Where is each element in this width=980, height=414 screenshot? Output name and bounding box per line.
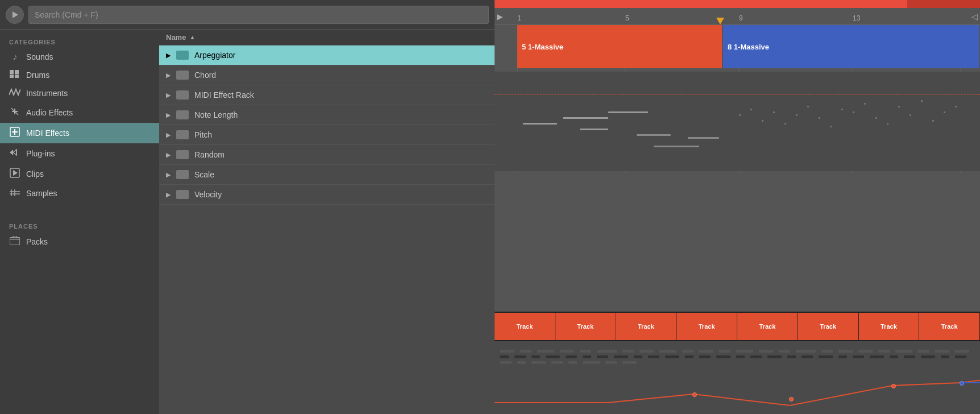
note-dot — [898, 106, 900, 107]
note-dot — [750, 109, 752, 110]
sidebar-item-samples[interactable]: Samples — [0, 184, 159, 202]
folder-icon — [176, 150, 189, 159]
session-track-cell[interactable]: Track — [555, 313, 616, 340]
automation-node-blue[interactable] — [960, 381, 964, 386]
plugins-icon — [9, 147, 20, 160]
clip-blue[interactable]: 8 1-Massive — [723, 25, 979, 68]
arrangement-area: 5 1-Massive 8 1-Massive — [495, 25, 980, 312]
item-name: Velocity — [194, 190, 488, 199]
item-name: MIDI Effect Rack — [194, 90, 488, 100]
drums-icon — [9, 70, 20, 80]
list-item[interactable]: ▶ Pitch — [159, 125, 495, 145]
sidebar-item-audio-effects[interactable]: Audio Effects — [0, 102, 159, 123]
automation-node[interactable] — [789, 397, 794, 401]
note-dot — [921, 100, 923, 102]
places-label: PLACES — [0, 220, 159, 232]
sounds-icon: ♪ — [9, 52, 20, 62]
note-dot — [739, 114, 741, 116]
ruler-mark: 13 — [853, 14, 860, 22]
search-bar — [0, 0, 495, 30]
preview-play-button[interactable] — [6, 6, 24, 24]
midi-effects-icon — [9, 127, 20, 139]
browser-panel: CATEGORIES ♪ Sounds Drums Instruments — [0, 0, 495, 414]
item-name: Random — [194, 150, 488, 159]
folder-icon — [176, 110, 189, 119]
session-track-cell[interactable]: Track — [676, 313, 737, 340]
list-header: Name ▲ — [159, 30, 495, 45]
packs-label: Packs — [26, 237, 48, 246]
playhead-marker — [716, 18, 724, 24]
svg-rect-19 — [10, 238, 20, 245]
session-track-cell[interactable]: Track — [495, 313, 555, 340]
expand-triangle-icon: ▶ — [166, 52, 171, 59]
clip-orange[interactable]: 5 1-Massive — [517, 25, 722, 68]
item-name: Scale — [194, 170, 488, 179]
svg-marker-14 — [13, 170, 18, 176]
note-dot — [784, 123, 786, 125]
automation-node[interactable] — [692, 392, 697, 397]
folder-icon — [176, 71, 189, 80]
expand-triangle-icon: ▶ — [166, 92, 171, 99]
session-track-cell[interactable]: Track — [737, 313, 798, 340]
note-dot — [762, 120, 763, 122]
sounds-label: Sounds — [26, 52, 53, 61]
item-name: Chord — [194, 71, 488, 80]
list-item[interactable]: ▶ Arpeggiator — [159, 45, 495, 65]
sidebar-item-drums[interactable]: Drums — [0, 66, 159, 84]
sidebar-item-sounds[interactable]: ♪ Sounds — [0, 48, 159, 66]
drums-label: Drums — [26, 71, 49, 80]
instruments-label: Instruments — [26, 89, 68, 98]
note-dot — [955, 106, 957, 107]
ruler-mark: 9 — [739, 14, 743, 22]
arrangement-panel: ▶ 1 5 9 13 ◁ 5 1-Massive 8 1-Massive — [495, 0, 980, 414]
ruler-arrow-left-icon[interactable]: ▶ — [497, 12, 503, 21]
svg-rect-2 — [10, 74, 14, 78]
session-track-cell[interactable]: Track — [919, 313, 980, 340]
session-track-cell[interactable]: Track — [616, 313, 677, 340]
sidebar-item-plugins[interactable]: Plug-ins — [0, 143, 159, 164]
list-item[interactable]: ▶ Scale — [159, 165, 495, 185]
ruler-arrow-right-icon[interactable]: ◁ — [971, 12, 978, 21]
list-item[interactable]: ▶ Chord — [159, 65, 495, 85]
instruments-icon — [9, 88, 20, 98]
note-dot — [864, 103, 866, 105]
samples-label: Samples — [26, 189, 57, 198]
svg-marker-11 — [13, 150, 16, 155]
note-dot — [841, 109, 843, 110]
sidebar-item-clips[interactable]: Clips — [0, 164, 159, 184]
note-bar — [580, 129, 608, 130]
mini-piano-roll — [495, 347, 980, 381]
folder-icon — [176, 130, 189, 139]
list-item[interactable]: ▶ Velocity — [159, 185, 495, 205]
sidebar-item-instruments[interactable]: Instruments — [0, 84, 159, 102]
svg-rect-1 — [15, 70, 19, 74]
sidebar-item-midi-effects[interactable]: MIDI Effects — [0, 123, 159, 143]
note-dot — [887, 123, 888, 125]
search-input[interactable] — [28, 6, 489, 24]
expand-triangle-icon: ▶ — [166, 151, 171, 159]
list-item[interactable]: ▶ MIDI Effect Rack — [159, 85, 495, 105]
item-name: Note Length — [194, 110, 488, 119]
automation-node[interactable] — [891, 384, 896, 388]
session-track-cell[interactable]: Track — [859, 313, 920, 340]
plugins-label: Plug-ins — [26, 149, 55, 158]
clip-blue-label: 8 1-Massive — [728, 43, 769, 51]
name-column-header: Name — [166, 33, 186, 42]
timeline-scrollbar[interactable] — [495, 0, 980, 8]
list-item[interactable]: ▶ Note Length — [159, 105, 495, 125]
note-dot — [910, 114, 911, 116]
session-track-cell[interactable]: Track — [798, 313, 859, 340]
scrollbar-inner — [495, 0, 980, 8]
clip-orange-label: 5 1-Massive — [522, 43, 563, 51]
item-name: Pitch — [194, 130, 488, 139]
note-bar — [637, 134, 671, 136]
note-bar — [654, 146, 699, 147]
expand-triangle-icon: ▶ — [166, 191, 171, 198]
list-item[interactable]: ▶ Random — [159, 145, 495, 165]
folder-icon — [176, 51, 189, 60]
audio-effects-label: Audio Effects — [26, 108, 73, 117]
expand-triangle-icon: ▶ — [166, 72, 171, 79]
automation-svg — [495, 377, 980, 411]
sidebar-item-packs[interactable]: Packs — [0, 232, 159, 251]
item-name: Arpeggiator — [194, 51, 488, 60]
